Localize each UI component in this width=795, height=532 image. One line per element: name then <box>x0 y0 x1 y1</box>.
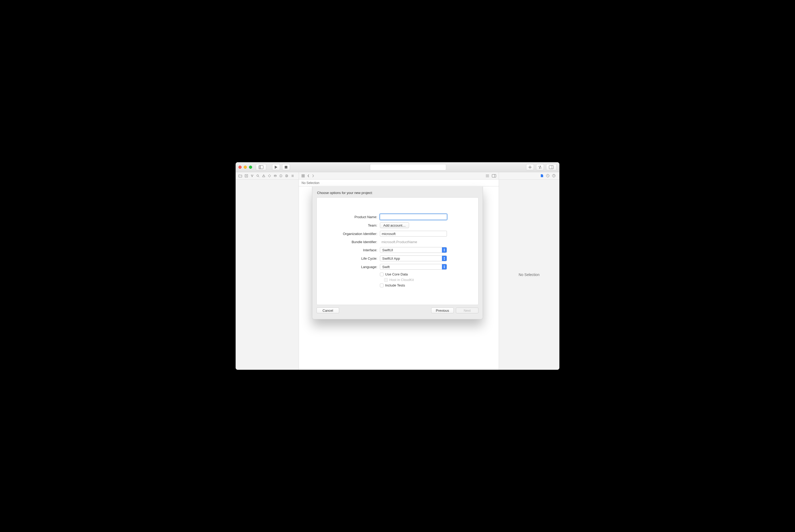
interface-value: SwiftUI <box>382 248 393 252</box>
language-value: Swift <box>382 265 390 269</box>
host-cloudkit-label: Host in CloudKit <box>389 278 414 282</box>
project-options-form: Product Name: Team: Add account… Organiz… <box>327 214 468 287</box>
toggle-left-panel-button[interactable] <box>256 164 266 170</box>
debug-icon[interactable] <box>274 174 277 177</box>
svg-rect-1 <box>259 166 261 169</box>
play-icon <box>275 166 277 169</box>
org-id-label: Organization Identifier: <box>327 232 377 236</box>
activity-viewer <box>370 164 446 170</box>
cancel-button[interactable]: Cancel <box>317 307 339 313</box>
sheet-title: Choose options for your new project: <box>312 187 483 197</box>
org-id-value: microsoft <box>382 232 396 236</box>
search-icon[interactable] <box>256 174 260 177</box>
code-review-button[interactable] <box>536 164 544 170</box>
svg-rect-17 <box>302 176 303 177</box>
svg-rect-5 <box>549 166 554 169</box>
use-core-data-label: Use Core Data <box>385 272 408 276</box>
host-cloudkit-checkbox: Host in CloudKit <box>384 278 459 282</box>
sidebar-right-icon <box>549 165 554 169</box>
folder-icon[interactable] <box>239 174 242 177</box>
reports-icon[interactable] <box>285 174 288 177</box>
window-controls <box>239 166 254 169</box>
toggle-right-panel-button[interactable] <box>546 164 556 170</box>
language-label: Language: <box>327 265 377 269</box>
use-core-data-checkbox[interactable]: Use Core Data <box>380 272 459 276</box>
checkbox-icon <box>380 272 383 276</box>
issues-icon[interactable] <box>262 174 265 177</box>
minimize-icon[interactable] <box>244 166 247 169</box>
breakpoints-icon[interactable] <box>280 174 283 177</box>
xcode-window: No Selection No Selection Choose options… <box>235 162 560 370</box>
run-button[interactable] <box>272 164 280 170</box>
checkbox-icon <box>380 284 383 287</box>
svg-rect-18 <box>303 176 304 177</box>
back-icon[interactable] <box>307 174 309 177</box>
interface-label: Interface: <box>327 248 377 252</box>
chevron-updown-icon: ▲▼ <box>442 247 447 252</box>
file-inspector-icon[interactable] <box>541 174 544 177</box>
stop-icon <box>285 166 287 169</box>
window-body: No Selection No Selection Choose options… <box>236 179 559 369</box>
svg-rect-16 <box>303 174 304 176</box>
inspector-tabs <box>499 172 559 179</box>
next-label: Next <box>464 309 471 312</box>
source-control-icon[interactable] <box>245 174 248 177</box>
close-icon[interactable] <box>239 166 242 169</box>
svg-marker-3 <box>275 166 277 169</box>
svg-rect-4 <box>285 166 287 169</box>
plus-icon <box>528 166 532 169</box>
svg-rect-15 <box>302 174 303 176</box>
include-tests-label: Include Tests <box>385 283 405 287</box>
inspector-panel: No Selection <box>499 179 559 369</box>
editor-tabs <box>299 172 499 179</box>
stop-button[interactable] <box>282 164 290 170</box>
sheet-body: Product Name: Team: Add account… Organiz… <box>317 197 478 305</box>
product-name-label: Product Name: <box>327 215 377 219</box>
org-id-input[interactable]: microsoft <box>380 231 447 236</box>
new-project-sheet: Choose options for your new project: Pro… <box>312 187 483 319</box>
help-inspector-icon[interactable] <box>552 174 555 177</box>
product-name-input[interactable] <box>380 214 447 220</box>
zoom-icon[interactable] <box>249 166 252 169</box>
editor-options-icon[interactable] <box>486 174 489 177</box>
adjust-editor-icon[interactable] <box>492 174 496 177</box>
navigator-panel <box>236 179 299 369</box>
svg-line-12 <box>259 176 259 177</box>
related-items-icon[interactable] <box>302 174 305 177</box>
bundle-id-label: Bundle Identifier: <box>327 240 377 244</box>
svg-rect-14 <box>274 175 276 177</box>
interface-select[interactable]: SwiftUI ▲▼ <box>380 247 447 253</box>
document-bar: No Selection <box>299 179 499 186</box>
tests-icon[interactable] <box>268 174 271 177</box>
symbols-icon[interactable] <box>250 174 254 177</box>
add-account-button[interactable]: Add account… <box>380 222 409 228</box>
life-cycle-select[interactable]: SwiftUI App ▲▼ <box>380 255 447 261</box>
navigator-tabs <box>236 172 299 179</box>
team-label: Team: <box>327 223 377 227</box>
add-account-label: Add account… <box>383 223 406 227</box>
svg-point-23 <box>554 176 554 177</box>
mini-list-icon[interactable] <box>291 174 294 177</box>
inspector-empty-text: No Selection <box>519 272 540 277</box>
next-button: Next <box>456 307 478 313</box>
history-inspector-icon[interactable] <box>546 174 549 177</box>
include-tests-checkbox[interactable]: Include Tests <box>380 283 459 287</box>
life-cycle-label: Life Cycle: <box>327 256 377 261</box>
cancel-label: Cancel <box>323 309 333 312</box>
svg-rect-19 <box>492 174 496 177</box>
life-cycle-value: SwiftUI App <box>382 256 400 261</box>
chevron-updown-icon: ▲▼ <box>442 264 447 269</box>
previous-label: Previous <box>436 309 449 312</box>
language-select[interactable]: Swift ▲▼ <box>380 264 447 270</box>
bundle-id-value: microsoft.ProductName <box>380 239 459 244</box>
previous-button[interactable]: Previous <box>431 307 454 313</box>
document-bar-text: No Selection <box>302 181 319 185</box>
chevron-updown-icon: ▲▼ <box>442 256 447 261</box>
library-button[interactable] <box>526 164 534 170</box>
sheet-footer: Cancel Previous Next <box>312 305 483 319</box>
forward-icon[interactable] <box>312 174 314 177</box>
checkbox-icon <box>384 278 388 282</box>
secondary-toolbar <box>236 172 559 179</box>
titlebar <box>236 163 559 172</box>
svg-point-11 <box>257 174 259 176</box>
